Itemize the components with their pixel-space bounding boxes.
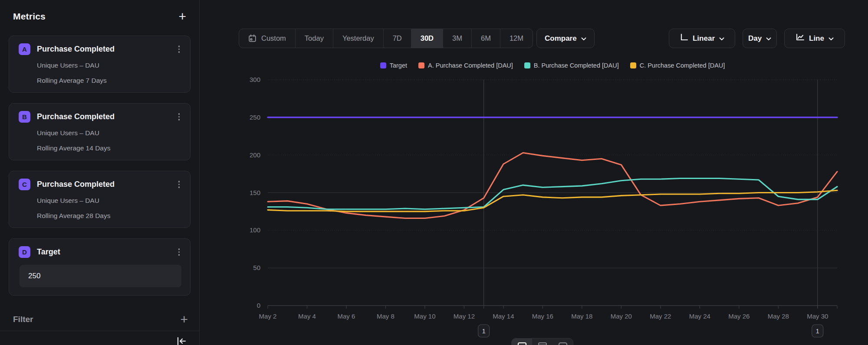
sidebar-header: Metrics + [0, 0, 199, 22]
chart-view-icon[interactable] [512, 338, 532, 345]
x-tick-label: May 16 [532, 312, 553, 320]
y-tick-label: 150 [250, 189, 260, 196]
filter-section: Filter + [13, 315, 188, 324]
scale-selector-button[interactable]: Linear [669, 29, 735, 48]
range-12m[interactable]: 12M [500, 29, 533, 48]
range-today[interactable]: Today [295, 29, 333, 48]
annotation-badge-label: 1 [482, 327, 485, 335]
metric-badge-b: B [19, 111, 30, 123]
x-tick-label: May 24 [689, 312, 710, 320]
range-yesterday[interactable]: Yesterday [333, 29, 383, 48]
x-tick-label: May 4 [298, 312, 316, 320]
view-switcher [511, 338, 573, 345]
metric-subtitle: Unique Users – DAU [37, 129, 182, 137]
linear-scale-icon [680, 33, 688, 44]
metric-detail: Rolling Average 14 Days [37, 144, 182, 152]
metric-cards: A Purchase Completed Unique Users – DAU … [0, 36, 199, 296]
more-options-icon[interactable] [176, 247, 183, 257]
chevron-down-icon [719, 37, 724, 41]
metric-title: Purchase Completed [37, 112, 176, 121]
collapse-sidebar-icon[interactable] [176, 336, 187, 345]
add-filter-icon[interactable]: + [180, 315, 188, 324]
sidebar-title: Metrics [13, 11, 46, 22]
metric-badge-d: D [19, 246, 30, 258]
compare-button[interactable]: Compare [536, 29, 595, 48]
y-tick-label: 50 [253, 264, 260, 271]
x-tick-label: May 20 [611, 312, 632, 320]
split-view-icon[interactable] [552, 338, 573, 345]
metrics-line-chart[interactable]: 050100150200250300May 2May 4May 6May 8Ma… [200, 56, 868, 345]
metric-card-b[interactable]: B Purchase Completed Unique Users – DAU … [9, 103, 191, 160]
range-3m[interactable]: 3M [443, 29, 471, 48]
line-chart-icon [796, 33, 805, 44]
calendar-icon [248, 34, 256, 42]
metric-subtitle: Unique Users – DAU [37, 197, 182, 205]
series-line-2[interactable] [268, 179, 837, 209]
y-tick-label: 250 [250, 114, 260, 121]
chevron-down-icon [766, 37, 771, 41]
more-options-icon[interactable] [176, 44, 183, 55]
metric-detail: Rolling Average 28 Days [37, 212, 182, 220]
range-custom[interactable]: Custom [239, 29, 295, 48]
table-view-icon[interactable] [532, 338, 552, 345]
add-metric-icon[interactable]: + [178, 12, 186, 21]
x-tick-label: May 12 [454, 312, 475, 320]
target-title: Target [37, 247, 176, 257]
metric-card-a[interactable]: A Purchase Completed Unique Users – DAU … [9, 36, 191, 93]
target-card[interactable]: D Target 250 [9, 238, 191, 296]
x-tick-label: May 6 [338, 312, 355, 320]
metric-title: Purchase Completed [37, 45, 176, 54]
metric-subtitle: Unique Users – DAU [37, 62, 182, 69]
metric-badge-c: C [19, 179, 30, 190]
filter-label: Filter [13, 315, 33, 324]
x-tick-label: May 18 [571, 312, 592, 320]
sidebar-divider [0, 331, 199, 331]
metric-title: Purchase Completed [37, 180, 176, 189]
y-tick-label: 100 [250, 226, 260, 234]
y-tick-label: 300 [250, 76, 260, 83]
range-30d[interactable]: 30D [411, 29, 443, 48]
target-value-input[interactable]: 250 [20, 265, 181, 287]
x-tick-label: May 22 [650, 312, 671, 320]
more-options-icon[interactable] [176, 179, 183, 190]
metrics-sidebar: Metrics + A Purchase Completed Unique Us… [0, 0, 200, 345]
y-tick-label: 0 [257, 302, 260, 309]
metric-badge-a: A [19, 43, 30, 55]
date-range-selector: Custom Today Yesterday 7D 30D 3M 6M 12M [239, 29, 533, 48]
granularity-selector-button[interactable]: Day [743, 29, 777, 48]
x-tick-label: May 28 [768, 312, 789, 320]
series-line-3[interactable] [268, 190, 837, 212]
metric-card-c[interactable]: C Purchase Completed Unique Users – DAU … [9, 171, 191, 228]
x-tick-label: May 8 [377, 312, 395, 320]
more-options-icon[interactable] [176, 111, 183, 122]
x-tick-label: May 10 [414, 312, 435, 320]
x-tick-label: May 30 [807, 312, 828, 320]
x-tick-label: May 14 [493, 312, 514, 320]
series-line-1[interactable] [268, 153, 837, 218]
x-tick-label: May 26 [728, 312, 750, 320]
annotation-badge-label: 1 [816, 327, 819, 335]
chevron-down-icon [581, 37, 586, 41]
range-6m[interactable]: 6M [471, 29, 500, 48]
x-tick-label: May 2 [259, 312, 277, 320]
chevron-down-icon [829, 37, 834, 41]
range-7d[interactable]: 7D [383, 29, 411, 48]
metric-detail: Rolling Average 7 Days [37, 77, 182, 85]
chart-type-selector-button[interactable]: Line [784, 29, 845, 48]
y-tick-label: 200 [250, 151, 260, 159]
